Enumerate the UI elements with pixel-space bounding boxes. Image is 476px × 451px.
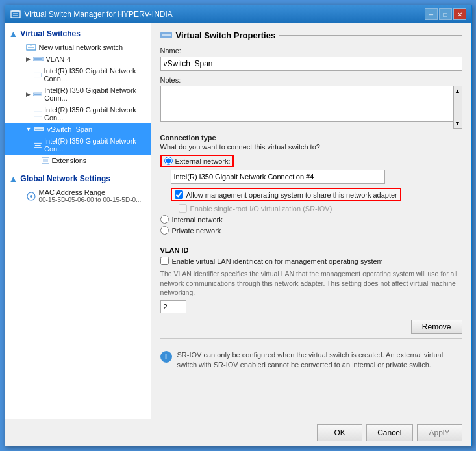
vlan4-net-icon — [33, 55, 44, 63]
sidebar-header-label: Virtual Switches — [20, 29, 80, 38]
right-panel: Virtual Switch Properties Name: Notes: ▲… — [151, 23, 471, 419]
svg-rect-0 — [11, 11, 20, 18]
network-dropdown[interactable]: Intel(R) I350 Gigabit Network Connection… — [171, 170, 385, 184]
sidebar-item-vswitch-adapter[interactable]: Intel(R) I350 Gigabit Network Con... — [5, 135, 151, 155]
vswitch-expand-icon: ▼ — [26, 126, 32, 133]
sidebar-item-vlan4[interactable]: ▶ VLAN-4 — [5, 53, 151, 65]
sidebar-divider — [5, 168, 151, 168]
svg-rect-1 — [12, 10, 19, 12]
sr-iov-checkbox — [179, 204, 187, 213]
mac-range-content: MAC Address Range 00-15-5D-05-06-00 to 0… — [39, 188, 142, 203]
maximize-button[interactable]: □ — [439, 8, 452, 20]
title-buttons: ─ □ ✕ — [425, 8, 466, 20]
app-icon — [10, 9, 21, 19]
allow-mgmt-highlight: Allow management operating system to sha… — [171, 188, 401, 201]
vlan-desc: The VLAN identifier specifies the virtua… — [160, 269, 462, 298]
private-radio-label: Private network — [172, 227, 221, 235]
sidebar-item-intel-conn-sub[interactable]: Intel(R) I350 Gigabit Network Con... — [5, 104, 151, 123]
extensions-icon — [42, 157, 49, 164]
sidebar-item-intel-conn[interactable]: ▶ Intel(R) I350 Gigabit Network Conn... — [5, 84, 151, 104]
conn-type-title: Connection type — [160, 134, 462, 142]
panel-title: Virtual Switch Properties — [176, 31, 276, 40]
vlan4-adapter-label: Intel(R) I350 Gigabit Network Conn... — [44, 67, 145, 83]
info-bar: i SR-IOV can only be configured when the… — [160, 346, 462, 374]
vswitch-span-icon — [34, 125, 44, 133]
extensions-label: Extensions — [52, 157, 87, 164]
sidebar-item-vlan4-adapter[interactable]: Intel(R) I350 Gigabit Network Conn... — [5, 65, 151, 84]
vlan-check-label: Enable virtual LAN identification for ma… — [172, 257, 383, 265]
panel-title-row: Virtual Switch Properties — [160, 30, 462, 40]
conn-type-section: Connection type What do you want to conn… — [160, 134, 462, 237]
vlan-checkbox[interactable] — [160, 257, 169, 265]
new-switch-icon: + — [26, 44, 36, 51]
expand-icon: ▲ — [9, 29, 18, 39]
svg-point-22 — [30, 195, 32, 198]
intel-conn-label: Intel(R) I350 Gigabit Network Conn... — [44, 86, 145, 102]
intel-expand-icon: ▶ — [26, 91, 31, 97]
sr-iov-row: Enable single-root I/O virtualization (S… — [179, 204, 462, 213]
separator — [160, 338, 462, 339]
conn-type-desc: What do you want to connect this virtual… — [160, 143, 462, 151]
notes-wrapper: ▲ ▼ — [160, 86, 462, 129]
external-highlight-box: External network: — [160, 155, 234, 167]
close-button[interactable]: ✕ — [453, 8, 466, 20]
sidebar-item-new-switch[interactable]: + New virtual network switch — [5, 42, 151, 53]
vlan4-expand-icon: ▶ — [26, 56, 31, 62]
vswitch-span-label: vSwitch_Span — [47, 125, 92, 133]
internal-radio-label: Internal network — [172, 216, 223, 224]
notes-scrollbar[interactable]: ▲ ▼ — [453, 86, 462, 129]
svg-text:+: + — [30, 44, 32, 47]
private-radio-row: Private network — [160, 226, 462, 235]
sidebar-virtual-switches-header: ▲ Virtual Switches — [5, 26, 151, 42]
main-window: Virtual Switch Manager for HYPERV-INDIA … — [5, 5, 472, 446]
allow-mgmt-label: Allow management operating system to sha… — [186, 191, 397, 199]
notes-label: Notes: — [160, 76, 462, 84]
allow-mgmt-checkbox[interactable] — [175, 190, 183, 199]
intel-conn-net-icon — [33, 90, 42, 98]
cancel-button[interactable]: Cancel — [366, 424, 412, 441]
vswitch-adapter-label: Intel(R) I350 Gigabit Network Con... — [44, 137, 145, 153]
ok-button[interactable]: OK — [317, 424, 362, 441]
vlan-check-row: Enable virtual LAN identification for ma… — [160, 257, 462, 265]
svg-rect-20 — [43, 159, 48, 162]
intel-conn-sub-label: Intel(R) I350 Gigabit Network Con... — [44, 106, 145, 122]
intel-conn-sub-icon — [34, 110, 42, 118]
vlan-id-input[interactable] — [160, 300, 186, 313]
title-bar: Virtual Switch Manager for HYPERV-INDIA … — [5, 5, 471, 23]
external-radio[interactable] — [164, 157, 173, 165]
vlan-section: VLAN ID Enable virtual LAN identificatio… — [160, 246, 462, 313]
sidebar-item-mac-range[interactable]: MAC Address Range 00-15-5D-05-06-00 to 0… — [5, 187, 151, 205]
vlan4-label: VLAN-4 — [46, 55, 71, 63]
info-text: SR-IOV can only be configured when the v… — [177, 350, 462, 370]
info-icon: i — [160, 351, 172, 363]
global-expand-icon: ▲ — [9, 174, 18, 184]
private-radio[interactable] — [160, 226, 169, 235]
title-bar-left: Virtual Switch Manager for HYPERV-INDIA — [10, 9, 173, 19]
vlan-title: VLAN ID — [160, 246, 462, 254]
mac-range-label: MAC Address Range — [39, 188, 142, 196]
internal-radio[interactable] — [160, 215, 169, 224]
window-title: Virtual Switch Manager for HYPERV-INDIA — [25, 10, 173, 19]
panel-title-icon — [160, 30, 172, 40]
apply-button[interactable]: ApplY — [417, 424, 462, 441]
vlan4-adapter-icon — [34, 71, 42, 79]
sidebar-global-header: ▲ Global Network Settings — [5, 171, 151, 187]
new-switch-label: New virtual network switch — [39, 44, 123, 51]
minimize-button[interactable]: ─ — [425, 8, 438, 20]
remove-button[interactable]: Remove — [411, 320, 462, 334]
sidebar: ▲ Virtual Switches + New virtual network… — [5, 23, 151, 419]
name-input[interactable] — [160, 57, 462, 71]
sidebar-item-extensions[interactable]: Extensions — [5, 155, 151, 166]
sidebar-item-vswitch-span[interactable]: ▼ vSwitch_Span — [5, 123, 151, 135]
external-radio-row: External network: — [160, 155, 462, 167]
panel-title-divider — [279, 35, 462, 36]
main-content: ▲ Virtual Switches + New virtual network… — [5, 23, 471, 419]
vswitch-adapter-icon — [34, 142, 42, 149]
dropdown-wrapper: Intel(R) I350 Gigabit Network Connection… — [171, 170, 462, 184]
global-header-label: Global Network Settings — [20, 174, 110, 183]
bottom-bar: OK Cancel ApplY — [5, 419, 471, 446]
remove-row: Remove — [160, 317, 462, 334]
external-radio-label: External network: — [175, 157, 231, 165]
mac-range-icon — [26, 192, 36, 201]
notes-textarea[interactable] — [160, 86, 462, 122]
